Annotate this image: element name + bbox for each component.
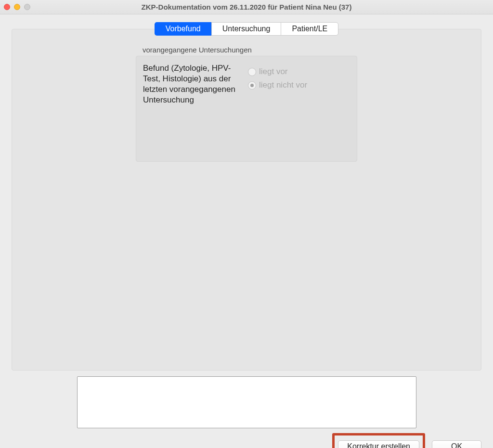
close-icon[interactable] — [4, 4, 10, 10]
radio-liegt-nicht-vor: liegt nicht vor — [248, 78, 350, 92]
form-box: Befund (Zytologie, HPV-Test, Histologie)… — [136, 56, 357, 162]
tab-vorbefund[interactable]: Vorbefund — [155, 22, 211, 36]
segmented-tabs: Vorbefund Untersuchung Patient/LE — [0, 22, 493, 36]
form-area: vorangegangene Untersuchungen Befund (Zy… — [136, 44, 357, 162]
window-title: ZKP-Dokumentation vom 26.11.2020 für Pat… — [0, 3, 493, 11]
radio-label: liegt vor — [259, 67, 288, 77]
window-controls — [4, 4, 30, 10]
radio-icon — [248, 81, 256, 90]
tab-patient-le[interactable]: Patient/LE — [281, 22, 338, 36]
radio-group: liegt vor liegt nicht vor — [248, 63, 350, 154]
korrektur-erstellen-button[interactable]: Korrektur erstellen — [338, 440, 419, 448]
window-titlebar: ZKP-Dokumentation vom 26.11.2020 für Pat… — [0, 0, 493, 14]
radio-liegt-vor: liegt vor — [248, 65, 350, 78]
note-input[interactable] — [77, 376, 416, 428]
button-row: Korrektur erstellen OK — [0, 433, 481, 448]
radio-icon — [248, 68, 256, 76]
form-caption: vorangegangene Untersuchungen — [143, 46, 357, 54]
radio-label: liegt nicht vor — [259, 80, 307, 90]
minimize-icon[interactable] — [14, 4, 20, 10]
tab-untersuchung[interactable]: Untersuchung — [211, 22, 281, 36]
zoom-icon — [24, 4, 30, 10]
highlight-frame: Korrektur erstellen — [332, 433, 425, 448]
ok-button[interactable]: OK — [432, 440, 481, 448]
form-label: Befund (Zytologie, HPV-Test, Histologie)… — [143, 63, 244, 154]
content-panel: vorangegangene Untersuchungen Befund (Zy… — [12, 29, 481, 371]
